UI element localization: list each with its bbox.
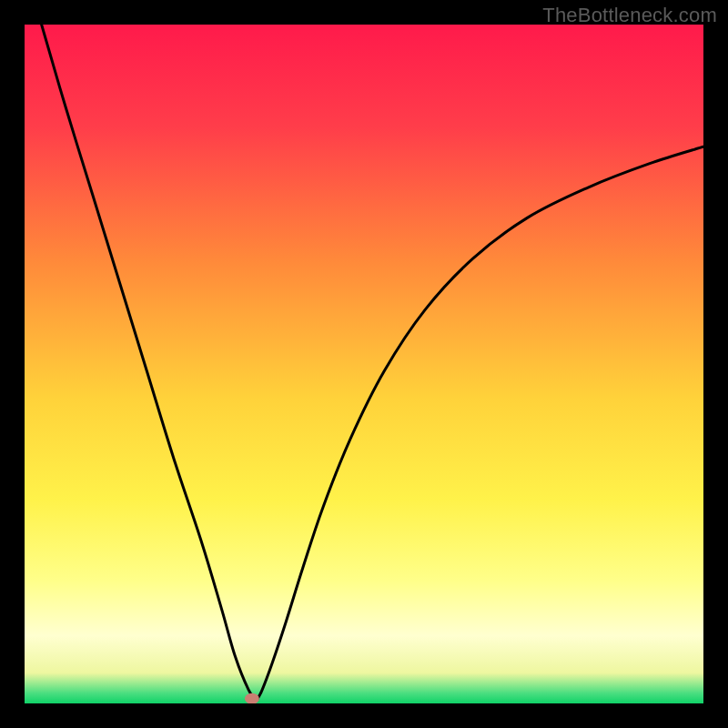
bottleneck-chart: [25, 25, 703, 703]
gradient-background: [25, 25, 703, 703]
plot-area: [25, 25, 703, 703]
outer-frame: TheBottleneck.com: [0, 0, 728, 728]
